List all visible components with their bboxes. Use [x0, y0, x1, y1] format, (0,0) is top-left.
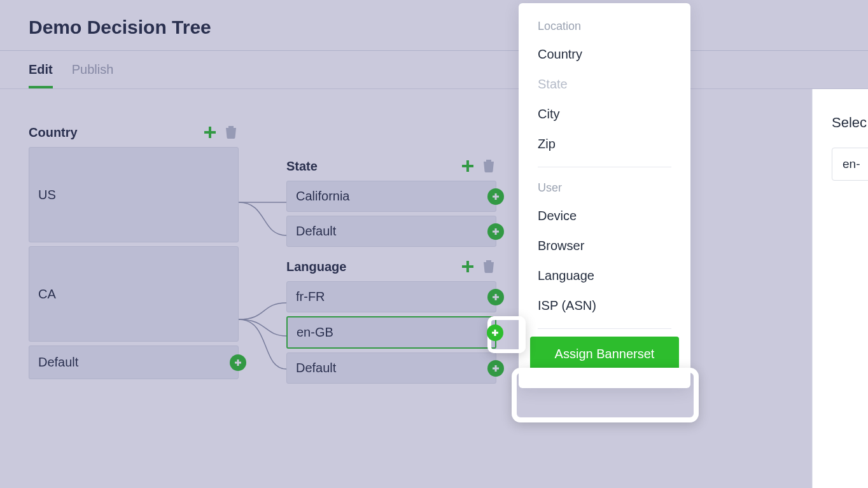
- add-child-icon[interactable]: [230, 354, 246, 371]
- country-item-default[interactable]: Default: [29, 345, 239, 379]
- country-item-us[interactable]: US: [29, 147, 239, 242]
- dropdown-item-device[interactable]: Device: [519, 201, 690, 231]
- tab-publish[interactable]: Publish: [72, 62, 114, 88]
- country-title: Country: [29, 125, 78, 140]
- state-header: State: [286, 158, 496, 174]
- right-panel-label: Selec: [832, 115, 868, 131]
- dropdown-item-state[interactable]: State: [519, 69, 690, 99]
- tabs: Edit Publish: [0, 51, 868, 89]
- state-title: State: [286, 159, 318, 174]
- plus-icon[interactable]: [202, 124, 218, 141]
- plus-icon[interactable]: [459, 158, 476, 174]
- add-child-icon[interactable]: [487, 188, 504, 205]
- tree-state-column: State California Default: [286, 158, 496, 251]
- node-label: Default: [296, 361, 336, 375]
- tab-edit[interactable]: Edit: [29, 62, 53, 88]
- language-header: Language: [286, 258, 496, 275]
- language-item-default[interactable]: Default: [286, 352, 496, 384]
- trash-icon[interactable]: [482, 259, 496, 274]
- assign-bannerset-button[interactable]: Assign Bannerset: [530, 337, 679, 372]
- state-item-california[interactable]: California: [286, 181, 496, 212]
- dropdown-item-browser[interactable]: Browser: [519, 231, 690, 261]
- dropdown-section-user: User: [519, 175, 690, 201]
- add-child-icon[interactable]: [487, 289, 504, 305]
- dropdown-item-city[interactable]: City: [519, 99, 690, 129]
- dropdown-item-country[interactable]: Country: [519, 39, 690, 69]
- add-child-icon[interactable]: [487, 360, 504, 377]
- language-item-frfr[interactable]: fr-FR: [286, 281, 496, 312]
- node-label: fr-FR: [296, 289, 325, 304]
- node-label: California: [296, 189, 349, 204]
- dropdown-divider: [538, 167, 671, 167]
- plus-icon[interactable]: [459, 258, 476, 275]
- country-item-ca[interactable]: CA: [29, 246, 239, 342]
- country-header: Country: [29, 124, 239, 141]
- right-panel-input[interactable]: [832, 148, 868, 181]
- page-title: Demo Decision Tree: [29, 17, 868, 38]
- language-title: Language: [286, 260, 346, 274]
- header: Demo Decision Tree: [0, 0, 868, 51]
- dropdown-section-location: Location: [519, 13, 690, 39]
- dropdown-divider: [538, 328, 671, 329]
- node-label: en-GB: [297, 325, 333, 340]
- node-label: Default: [38, 355, 78, 370]
- state-item-default[interactable]: Default: [286, 216, 496, 247]
- trash-icon[interactable]: [225, 125, 239, 140]
- tree-country-column: Country US CA Default: [29, 124, 239, 383]
- dropdown-item-language[interactable]: Language: [519, 261, 690, 291]
- trash-icon[interactable]: [482, 158, 496, 174]
- node-label: US: [38, 188, 56, 202]
- add-child-icon[interactable]: [487, 223, 504, 240]
- right-side-panel: Selec: [812, 89, 868, 488]
- add-branch-dropdown: Location Country State City Zip User Dev…: [519, 3, 690, 388]
- language-item-engb[interactable]: en-GB: [286, 316, 496, 349]
- node-label: Default: [296, 224, 336, 239]
- node-label: CA: [38, 287, 56, 302]
- dropdown-item-zip[interactable]: Zip: [519, 129, 690, 159]
- add-child-icon[interactable]: [487, 324, 503, 341]
- dropdown-item-isp[interactable]: ISP (ASN): [519, 291, 690, 321]
- tree-language-column: Language fr-FR en-GB Default: [286, 258, 496, 387]
